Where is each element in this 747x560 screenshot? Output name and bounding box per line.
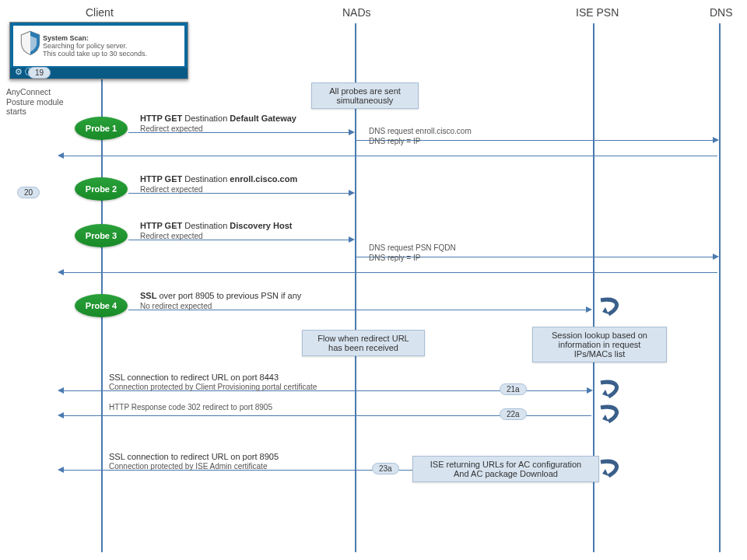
probe-2: Probe 2 — [75, 177, 128, 201]
arrow-22a-head — [58, 412, 64, 418]
step-21a-badge: 21a — [500, 383, 527, 395]
msg-p2-b: Destination — [182, 174, 230, 184]
anyconnect-label: AnyConnect Posture module starts — [6, 87, 64, 117]
lifeline-dns — [719, 23, 721, 552]
msg-p2-a: HTTP GET — [140, 174, 182, 184]
msg-p2-sub: Redirect expected — [140, 185, 203, 194]
msg-p3-sub: Redirect expected — [140, 232, 203, 240]
arrow-dns1-reply-head — [58, 152, 64, 159]
lane-nads: NADs — [342, 6, 371, 19]
arrow-21a-head-r — [587, 387, 593, 394]
probe-1: Probe 1 — [75, 117, 128, 140]
msg-23a-b: Connection protected by ISE Admin certif… — [109, 462, 267, 471]
step-19-badge: 19 — [28, 67, 51, 79]
lifeline-client — [101, 23, 103, 552]
msg-21a-b: Connection protected by Client Provision… — [109, 383, 317, 391]
msg-p1-b: Destination — [182, 114, 230, 123]
msg-p3-b: Destination — [182, 221, 230, 230]
step-20-badge: 20 — [17, 187, 40, 198]
system-scan-line1: Searching for policy server. — [43, 42, 147, 50]
note-ise-returning: ISE returning URLs for AC configuration … — [412, 456, 599, 482]
lane-dns: DNS — [710, 6, 733, 19]
note-flow-l2: has been received — [309, 343, 418, 352]
arrow-p4-head — [586, 306, 592, 313]
msg-dns2-reply-text: DNS reply = IP — [369, 254, 420, 262]
note-all-probes: All probes are sent simultaneously — [311, 82, 419, 109]
anyconnect-line2: Posture module — [6, 97, 64, 107]
lane-client: Client — [86, 6, 114, 19]
note-session-l2: information in request — [539, 340, 660, 349]
step-22a-badge: 22a — [500, 408, 527, 420]
arrow-dns2-reply — [62, 272, 717, 273]
note-flow-l1: Flow when redirect URL — [309, 334, 418, 343]
arrow-21a-head-l — [58, 387, 64, 394]
anyconnect-line1: AnyConnect — [6, 87, 64, 97]
msg-dns1-req-text: DNS request enroll.cisco.com — [369, 127, 472, 135]
arrow-dns2-reply-head — [58, 269, 64, 275]
arrow-dns1-req-head — [713, 137, 719, 143]
system-scan-line2: This could take up to 30 seconds. — [43, 50, 147, 58]
note-ise-l1: ISE returning URLs for AC configuration — [419, 460, 592, 469]
arrow-23a-head-l — [58, 467, 64, 473]
msg-p1-sub: Redirect expected — [140, 124, 203, 133]
msg-23a-a: SSL connection to redirect URL on port 8… — [109, 452, 279, 461]
msg-dns2-req-text: DNS request PSN FQDN — [369, 243, 456, 252]
arrow-dns2-req-head — [713, 254, 719, 260]
note-all-probes-l1: All probes are sent — [318, 86, 412, 96]
note-flow-redirect: Flow when redirect URL has been received — [302, 330, 425, 356]
msg-p2-c: enroll.cisco.com — [230, 174, 297, 184]
msg-p3-c: Discovery Host — [230, 221, 292, 230]
arrow-dns1-reply — [62, 156, 717, 156]
arrow-p3-head — [349, 236, 355, 243]
note-ise-l2: And AC package Download — [419, 469, 592, 478]
curved-arrow-4 — [596, 457, 624, 479]
probe-3: Probe 3 — [75, 224, 128, 247]
note-session-l3: IPs/MACs list — [539, 349, 660, 359]
note-session-l1: Session lookup based on — [539, 331, 660, 340]
msg-p4-a: SSL — [140, 291, 156, 300]
arrow-p2-head — [349, 190, 355, 196]
anyconnect-line3: starts — [6, 107, 64, 117]
msg-p1-c: Default Gateway — [230, 114, 296, 123]
arrow-p1-head — [349, 129, 355, 135]
note-all-probes-l2: simultaneously — [318, 96, 412, 105]
shield-icon — [19, 30, 41, 55]
msg-p1-a: HTTP GET — [140, 114, 182, 123]
curved-arrow-2 — [596, 378, 624, 400]
msg-p4-b: over port 8905 to previous PSN if any — [156, 291, 301, 300]
msg-p3-a: HTTP GET — [140, 221, 182, 230]
system-scan-title: System Scan: — [43, 34, 147, 42]
curved-arrow-1 — [596, 296, 624, 317]
msg-p4-sub: No redirect expected — [140, 302, 212, 310]
probe-4: Probe 4 — [75, 294, 128, 317]
msg-21a-a: SSL connection to redirect URL on port 8… — [109, 373, 279, 382]
msg-dns1-reply-text: DNS reply = IP — [369, 137, 420, 145]
note-session-lookup: Session lookup based on information in r… — [532, 327, 667, 362]
msg-22a-text: HTTP Response code 302 redirect to port … — [109, 403, 272, 411]
step-23a-badge: 23a — [372, 463, 399, 474]
curved-arrow-3 — [596, 403, 624, 425]
lane-isepsn: ISE PSN — [576, 6, 619, 19]
